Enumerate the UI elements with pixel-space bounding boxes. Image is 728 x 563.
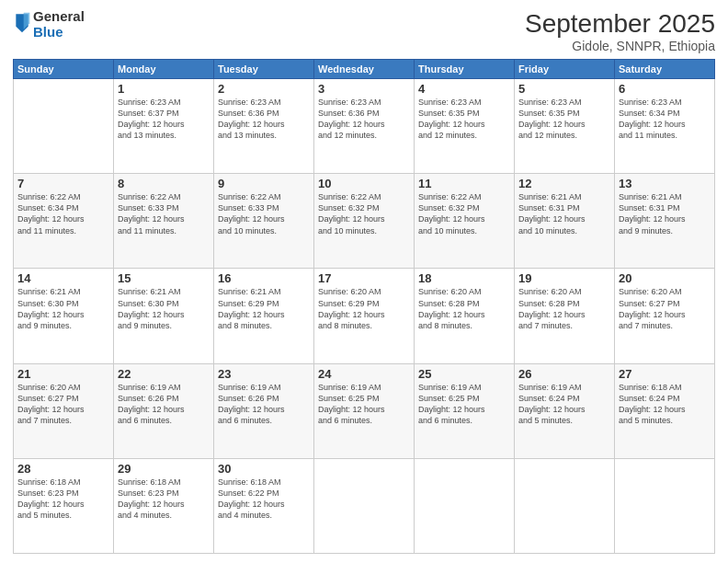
day-number: 10 bbox=[318, 177, 410, 190]
day-number: 6 bbox=[619, 82, 711, 96]
page: General Blue September 2025 Gidole, SNNP… bbox=[0, 0, 728, 563]
day-info: Sunrise: 6:23 AM Sunset: 6:36 PM Dayligh… bbox=[318, 97, 410, 142]
day-info: Sunrise: 6:23 AM Sunset: 6:35 PM Dayligh… bbox=[518, 97, 610, 142]
day-number: 9 bbox=[218, 177, 310, 190]
calendar-day: 13Sunrise: 6:21 AM Sunset: 6:31 PM Dayli… bbox=[615, 174, 715, 269]
day-number: 11 bbox=[418, 177, 510, 190]
col-tuesday: Tuesday bbox=[214, 60, 314, 79]
calendar-table: Sunday Monday Tuesday Wednesday Thursday… bbox=[13, 59, 715, 554]
calendar-day: 15Sunrise: 6:21 AM Sunset: 6:30 PM Dayli… bbox=[114, 269, 214, 363]
title-block: September 2025 Gidole, SNNPR, Ethiopia bbox=[525, 9, 715, 53]
day-number: 2 bbox=[218, 82, 310, 96]
day-number: 4 bbox=[418, 82, 510, 96]
day-info: Sunrise: 6:19 AM Sunset: 6:26 PM Dayligh… bbox=[118, 382, 210, 427]
calendar-day: 17Sunrise: 6:20 AM Sunset: 6:29 PM Dayli… bbox=[314, 269, 415, 363]
logo-blue: Blue bbox=[33, 25, 85, 40]
day-info: Sunrise: 6:18 AM Sunset: 6:23 PM Dayligh… bbox=[17, 477, 109, 522]
day-info: Sunrise: 6:19 AM Sunset: 6:25 PM Dayligh… bbox=[418, 382, 510, 427]
logo: General Blue bbox=[13, 9, 85, 40]
location-subtitle: Gidole, SNNPR, Ethiopia bbox=[525, 39, 715, 53]
col-monday: Monday bbox=[114, 60, 214, 79]
day-number: 3 bbox=[318, 82, 410, 96]
day-number: 8 bbox=[118, 177, 210, 190]
calendar-week-row-4: 21Sunrise: 6:20 AM Sunset: 6:27 PM Dayli… bbox=[14, 363, 715, 458]
calendar-day: 24Sunrise: 6:19 AM Sunset: 6:25 PM Dayli… bbox=[314, 363, 415, 458]
day-info: Sunrise: 6:20 AM Sunset: 6:28 PM Dayligh… bbox=[418, 286, 510, 331]
calendar-day bbox=[415, 458, 515, 553]
day-number: 17 bbox=[318, 271, 410, 285]
day-number: 29 bbox=[118, 462, 210, 476]
day-info: Sunrise: 6:22 AM Sunset: 6:33 PM Dayligh… bbox=[218, 191, 310, 236]
logo-icon bbox=[13, 11, 31, 39]
calendar-header-row: Sunday Monday Tuesday Wednesday Thursday… bbox=[14, 60, 715, 79]
calendar-day: 6Sunrise: 6:23 AM Sunset: 6:34 PM Daylig… bbox=[615, 79, 715, 174]
calendar-week-row-5: 28Sunrise: 6:18 AM Sunset: 6:23 PM Dayli… bbox=[14, 458, 715, 553]
day-info: Sunrise: 6:20 AM Sunset: 6:29 PM Dayligh… bbox=[318, 286, 410, 331]
day-number: 1 bbox=[118, 82, 210, 96]
day-info: Sunrise: 6:20 AM Sunset: 6:27 PM Dayligh… bbox=[619, 286, 711, 331]
month-title: September 2025 bbox=[525, 9, 715, 39]
day-number: 27 bbox=[619, 367, 711, 381]
calendar-day: 10Sunrise: 6:22 AM Sunset: 6:32 PM Dayli… bbox=[314, 174, 415, 269]
day-info: Sunrise: 6:20 AM Sunset: 6:28 PM Dayligh… bbox=[518, 286, 610, 331]
day-number: 18 bbox=[418, 271, 510, 285]
day-info: Sunrise: 6:19 AM Sunset: 6:26 PM Dayligh… bbox=[218, 382, 310, 427]
col-sunday: Sunday bbox=[14, 60, 114, 79]
calendar-day: 16Sunrise: 6:21 AM Sunset: 6:29 PM Dayli… bbox=[214, 269, 314, 363]
col-thursday: Thursday bbox=[415, 60, 515, 79]
day-number: 19 bbox=[518, 271, 610, 285]
day-info: Sunrise: 6:23 AM Sunset: 6:35 PM Dayligh… bbox=[418, 97, 510, 142]
day-info: Sunrise: 6:21 AM Sunset: 6:30 PM Dayligh… bbox=[17, 286, 109, 331]
day-number: 23 bbox=[218, 367, 310, 381]
day-info: Sunrise: 6:21 AM Sunset: 6:31 PM Dayligh… bbox=[619, 191, 711, 236]
day-info: Sunrise: 6:22 AM Sunset: 6:32 PM Dayligh… bbox=[418, 191, 510, 236]
calendar-day bbox=[615, 458, 715, 553]
col-wednesday: Wednesday bbox=[314, 60, 415, 79]
calendar-day: 22Sunrise: 6:19 AM Sunset: 6:26 PM Dayli… bbox=[114, 363, 214, 458]
day-info: Sunrise: 6:22 AM Sunset: 6:34 PM Dayligh… bbox=[17, 191, 109, 236]
calendar-day: 9Sunrise: 6:22 AM Sunset: 6:33 PM Daylig… bbox=[214, 174, 314, 269]
calendar-week-row-3: 14Sunrise: 6:21 AM Sunset: 6:30 PM Dayli… bbox=[14, 269, 715, 363]
calendar-week-row-1: 1Sunrise: 6:23 AM Sunset: 6:37 PM Daylig… bbox=[14, 79, 715, 174]
day-info: Sunrise: 6:21 AM Sunset: 6:29 PM Dayligh… bbox=[218, 286, 310, 331]
day-info: Sunrise: 6:23 AM Sunset: 6:36 PM Dayligh… bbox=[218, 97, 310, 142]
calendar-day: 23Sunrise: 6:19 AM Sunset: 6:26 PM Dayli… bbox=[214, 363, 314, 458]
day-number: 5 bbox=[518, 82, 610, 96]
calendar-day: 12Sunrise: 6:21 AM Sunset: 6:31 PM Dayli… bbox=[515, 174, 615, 269]
day-info: Sunrise: 6:19 AM Sunset: 6:24 PM Dayligh… bbox=[518, 382, 610, 427]
calendar-day: 4Sunrise: 6:23 AM Sunset: 6:35 PM Daylig… bbox=[415, 79, 515, 174]
day-info: Sunrise: 6:19 AM Sunset: 6:25 PM Dayligh… bbox=[318, 382, 410, 427]
calendar-day: 27Sunrise: 6:18 AM Sunset: 6:24 PM Dayli… bbox=[615, 363, 715, 458]
calendar-day: 5Sunrise: 6:23 AM Sunset: 6:35 PM Daylig… bbox=[515, 79, 615, 174]
day-number: 30 bbox=[218, 462, 310, 476]
calendar-day: 21Sunrise: 6:20 AM Sunset: 6:27 PM Dayli… bbox=[14, 363, 114, 458]
day-info: Sunrise: 6:23 AM Sunset: 6:34 PM Dayligh… bbox=[619, 97, 711, 142]
day-number: 7 bbox=[17, 177, 109, 190]
day-info: Sunrise: 6:21 AM Sunset: 6:30 PM Dayligh… bbox=[118, 286, 210, 331]
day-number: 20 bbox=[619, 271, 711, 285]
calendar-week-row-2: 7Sunrise: 6:22 AM Sunset: 6:34 PM Daylig… bbox=[14, 174, 715, 269]
day-number: 26 bbox=[518, 367, 610, 381]
day-info: Sunrise: 6:18 AM Sunset: 6:23 PM Dayligh… bbox=[118, 477, 210, 522]
day-info: Sunrise: 6:22 AM Sunset: 6:32 PM Dayligh… bbox=[318, 191, 410, 236]
calendar-day: 26Sunrise: 6:19 AM Sunset: 6:24 PM Dayli… bbox=[515, 363, 615, 458]
day-info: Sunrise: 6:18 AM Sunset: 6:24 PM Dayligh… bbox=[619, 382, 711, 427]
day-number: 25 bbox=[418, 367, 510, 381]
logo-general: General bbox=[33, 9, 85, 25]
header: General Blue September 2025 Gidole, SNNP… bbox=[13, 9, 715, 53]
day-number: 15 bbox=[118, 271, 210, 285]
calendar-day: 11Sunrise: 6:22 AM Sunset: 6:32 PM Dayli… bbox=[415, 174, 515, 269]
calendar-day bbox=[515, 458, 615, 553]
calendar-day: 8Sunrise: 6:22 AM Sunset: 6:33 PM Daylig… bbox=[114, 174, 214, 269]
day-number: 22 bbox=[118, 367, 210, 381]
calendar-day: 2Sunrise: 6:23 AM Sunset: 6:36 PM Daylig… bbox=[214, 79, 314, 174]
calendar-day: 29Sunrise: 6:18 AM Sunset: 6:23 PM Dayli… bbox=[114, 458, 214, 553]
calendar-day: 7Sunrise: 6:22 AM Sunset: 6:34 PM Daylig… bbox=[14, 174, 114, 269]
col-friday: Friday bbox=[515, 60, 615, 79]
day-info: Sunrise: 6:20 AM Sunset: 6:27 PM Dayligh… bbox=[17, 382, 109, 427]
calendar-day: 1Sunrise: 6:23 AM Sunset: 6:37 PM Daylig… bbox=[114, 79, 214, 174]
calendar-day: 19Sunrise: 6:20 AM Sunset: 6:28 PM Dayli… bbox=[515, 269, 615, 363]
day-number: 13 bbox=[619, 177, 711, 190]
day-info: Sunrise: 6:21 AM Sunset: 6:31 PM Dayligh… bbox=[518, 191, 610, 236]
calendar-day: 3Sunrise: 6:23 AM Sunset: 6:36 PM Daylig… bbox=[314, 79, 415, 174]
